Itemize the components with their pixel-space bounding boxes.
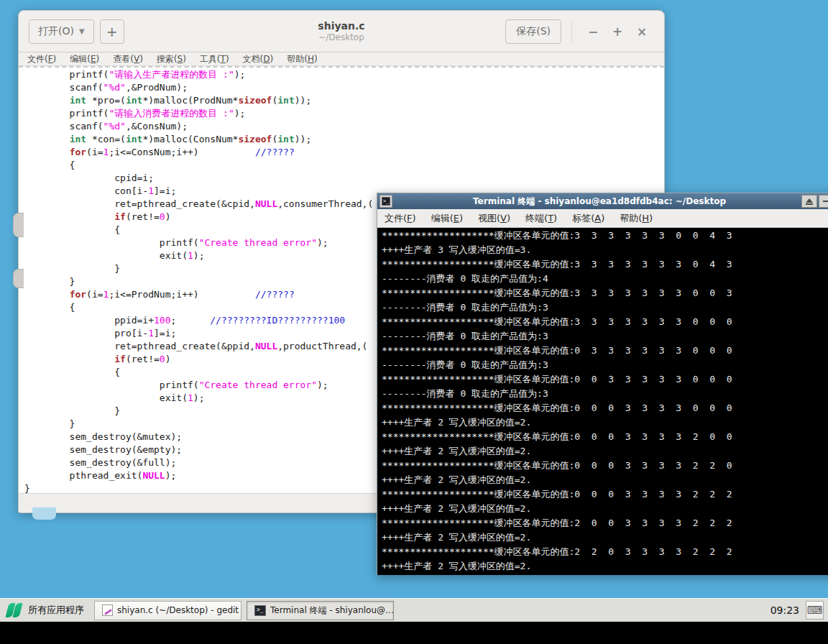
minimize-button[interactable] xyxy=(819,195,828,208)
code-line: scanf("%d",&ProdNum); xyxy=(24,81,664,94)
minimize-icon xyxy=(823,201,828,202)
terminal-output[interactable]: ********************缓冲区各单元的值:3 3 3 3 3 3… xyxy=(377,228,828,575)
terminal-icon: >_ xyxy=(254,605,266,616)
terminal-line: ********************缓冲区各单元的值:3 3 3 3 3 3… xyxy=(382,286,828,300)
gedit-menu-item-4[interactable]: 工具(T) xyxy=(200,53,229,65)
taskbar-item-label: shiyan.c (~/Desktop) - gedit xyxy=(117,605,239,615)
gedit-icon xyxy=(102,604,113,616)
terminal-line: ********************缓冲区各单元的值:0 3 3 3 3 3… xyxy=(382,344,828,358)
gedit-menu-item-6[interactable]: 帮助(H) xyxy=(287,53,317,65)
terminal-line: --------消费者 0 取走的产品值为:3 xyxy=(382,300,828,315)
code-line: { xyxy=(24,159,664,172)
terminal-line: --------消费者 0 取走的产品值为:4 xyxy=(382,272,828,286)
terminal-line: ********************缓冲区各单元的值:2 0 0 3 3 3… xyxy=(382,516,828,530)
terminal-line: --------消费者 0 取走的产品值为:3 xyxy=(382,358,828,372)
terminal-line: ++++生产者 2 写入缓冲区的值=2. xyxy=(382,559,828,574)
clock: 09:23 xyxy=(770,604,799,616)
keyboard-layout-button[interactable]: ⌨ xyxy=(806,601,824,620)
terminal-line: ********************缓冲区各单元的值:2 2 0 3 3 3… xyxy=(382,545,828,559)
terminal-menu-item-4[interactable]: 标签(A) xyxy=(572,212,604,225)
terminal-menu-item-1[interactable]: 编辑(E) xyxy=(431,212,463,225)
code-line: scanf("%d",&ConsNum); xyxy=(24,120,664,133)
terminal-line: ********************缓冲区各单元的值:0 0 0 3 3 3… xyxy=(382,401,828,415)
code-line: int *pro=(int*)malloc(ProdNum*sizeof(int… xyxy=(24,94,664,107)
code-line: for(i=1;i<=ConsNum;i++) //????? xyxy=(24,146,664,159)
open-button-label: 打开(O) xyxy=(38,25,74,38)
window-edge-tab-bottom xyxy=(32,507,56,520)
document-path: ~/Desktop xyxy=(318,32,364,42)
terminal-titlebar[interactable]: >_ Terminal 终端 - shiyanlou@ea1d8dfdb4ac:… xyxy=(377,193,828,209)
terminal-line: ++++生产者 2 写入缓冲区的值=2. xyxy=(382,502,828,516)
code-line: cpid=i; xyxy=(24,172,664,185)
terminal-title: Terminal 终端 - shiyanlou@ea1d8dfdb4ac: ~/… xyxy=(406,196,793,208)
taskbar: 所有应用程序 shiyan.c (~/Desktop) - gedit >_ T… xyxy=(0,598,828,622)
headerbar-right: 保存(S) − + × xyxy=(505,19,654,44)
gedit-menu-item-2[interactable]: 查看(V) xyxy=(113,53,143,65)
shade-button[interactable] xyxy=(801,195,817,208)
window-edge-tab xyxy=(13,269,24,288)
screen-bottom-strip xyxy=(0,622,828,644)
terminal-line: ********************缓冲区各单元的值:0 0 0 3 3 3… xyxy=(382,487,828,502)
terminal-line: ++++生产者 3 写入缓冲区的值=3. xyxy=(382,243,828,257)
window-edge-tab xyxy=(13,213,24,237)
close-button[interactable]: × xyxy=(630,19,654,44)
gedit-headerbar: 打开(O) ▼ + shiyan.c ~/Desktop 保存(S) − + × xyxy=(19,11,664,52)
terminal-line: ********************缓冲区各单元的值:3 3 3 3 3 3… xyxy=(382,257,828,272)
gedit-menu-item-1[interactable]: 编辑(E) xyxy=(70,53,99,65)
code-line: int *con=(int*)malloc(ConsNum*sizeof(int… xyxy=(24,133,664,146)
terminal-menu-item-3[interactable]: 终端(T) xyxy=(525,212,557,225)
taskbar-item-label: Terminal 终端 - shiyanlou@… xyxy=(270,604,394,617)
terminal-window: >_ Terminal 终端 - shiyanlou@ea1d8dfdb4ac:… xyxy=(377,193,828,575)
gedit-menu-item-5[interactable]: 文档(D) xyxy=(243,53,274,65)
terminal-line: ********************缓冲区各单元的值:0 0 3 3 3 3… xyxy=(382,372,828,387)
new-document-button[interactable]: + xyxy=(100,19,124,44)
terminal-line: --------消费者 0 取走的产品值为:3 xyxy=(382,387,828,401)
taskbar-right: 09:23 ⌨ xyxy=(770,601,828,620)
terminal-line: --------消费者 0 取走的产品值为:3 xyxy=(382,329,828,344)
shade-icon xyxy=(806,198,813,203)
separator xyxy=(571,21,572,42)
desktop: 打开(O) ▼ + shiyan.c ~/Desktop 保存(S) − + ×… xyxy=(0,0,828,644)
minimize-button[interactable]: − xyxy=(581,19,605,44)
terminal-line: ********************缓冲区各单元的值:3 3 3 3 3 3… xyxy=(382,229,828,243)
all-applications-button[interactable]: 所有应用程序 xyxy=(28,604,84,617)
open-button[interactable]: 打开(O) ▼ xyxy=(29,19,94,44)
document-title: shiyan.c xyxy=(318,20,364,32)
taskbar-item-gedit[interactable]: shiyan.c (~/Desktop) - gedit xyxy=(94,601,242,620)
gedit-menubar: 文件(F)编辑(E)查看(V)搜索(S)工具(T)文档(D)帮助(H) xyxy=(19,52,664,66)
chevron-down-icon: ▼ xyxy=(79,27,85,35)
gedit-menu-item-3[interactable]: 搜索(S) xyxy=(157,53,186,65)
shiyanlou-logo-icon[interactable] xyxy=(6,602,22,618)
terminal-line: ++++生产者 2 写入缓冲区的值=2. xyxy=(382,444,828,459)
maximize-button[interactable]: + xyxy=(605,19,630,44)
terminal-line: ++++生产者 2 写入缓冲区的值=2. xyxy=(382,530,828,545)
code-line: printf("请输入生产者进程的数目 :"); xyxy=(24,68,664,81)
terminal-window-icon: >_ xyxy=(380,195,392,208)
terminal-line: ********************缓冲区各单元的值:0 0 0 3 3 3… xyxy=(382,430,828,444)
terminal-menu-item-2[interactable]: 视图(V) xyxy=(478,212,510,225)
code-line: printf("请输入消费者进程的数目 :"); xyxy=(24,107,664,120)
gedit-menu-item-0[interactable]: 文件(F) xyxy=(27,53,56,65)
terminal-titlebar-buttons xyxy=(801,195,828,208)
terminal-line: ********************缓冲区各单元的值:3 3 3 3 3 3… xyxy=(382,315,828,329)
terminal-line: ++++生产者 2 写入缓冲区的值=2. xyxy=(382,415,828,430)
terminal-menu-item-0[interactable]: 文件(F) xyxy=(385,212,416,225)
terminal-menu-item-5[interactable]: 帮助(H) xyxy=(620,212,653,225)
terminal-menubar: 文件(F)编辑(E)视图(V)终端(T)标签(A)帮助(H) xyxy=(377,209,828,228)
save-button[interactable]: 保存(S) xyxy=(505,19,561,44)
terminal-line: ++++生产者 2 写入缓冲区的值=2. xyxy=(382,473,828,487)
taskbar-item-terminal[interactable]: >_ Terminal 终端 - shiyanlou@… xyxy=(247,601,394,620)
terminal-line: ********************缓冲区各单元的值:0 0 0 3 3 3… xyxy=(382,459,828,473)
